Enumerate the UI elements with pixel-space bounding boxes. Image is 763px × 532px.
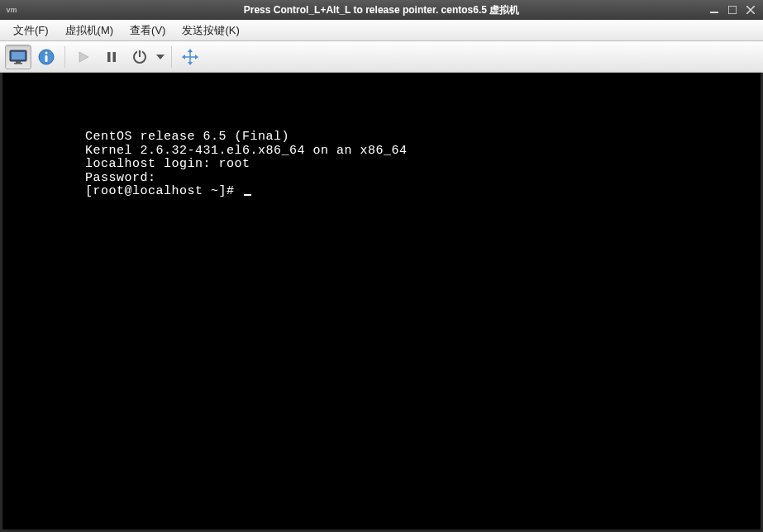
console-view-button[interactable] bbox=[5, 45, 31, 69]
window-title: Press Control_L+Alt_L to release pointer… bbox=[244, 3, 520, 17]
fullscreen-icon bbox=[182, 49, 198, 65]
play-button[interactable] bbox=[70, 45, 97, 69]
svg-rect-6 bbox=[16, 61, 21, 63]
menu-view[interactable]: 查看(V) bbox=[122, 21, 174, 40]
svg-marker-22 bbox=[188, 62, 193, 65]
menu-vm[interactable]: 虚拟机(M) bbox=[57, 21, 122, 40]
menubar: 文件(F) 虚拟机(M) 查看(V) 发送按键(K) bbox=[0, 20, 763, 41]
pause-icon bbox=[106, 51, 117, 63]
svg-point-9 bbox=[45, 51, 48, 54]
terminal-login-line: localhost login: root bbox=[85, 158, 761, 172]
svg-marker-11 bbox=[79, 52, 88, 62]
svg-rect-0 bbox=[710, 12, 718, 13]
power-button[interactable] bbox=[126, 45, 153, 69]
chevron-down-icon bbox=[156, 55, 165, 59]
vm-window: vm Press Control_L+Alt_L to release poin… bbox=[0, 0, 763, 532]
menu-file[interactable]: 文件(F) bbox=[5, 21, 57, 40]
toolbar bbox=[0, 41, 763, 73]
svg-rect-7 bbox=[14, 63, 22, 64]
power-dropdown[interactable] bbox=[155, 45, 166, 69]
cursor-icon bbox=[244, 194, 251, 196]
maximize-button[interactable] bbox=[725, 3, 740, 17]
close-button[interactable] bbox=[743, 3, 758, 17]
info-icon bbox=[38, 49, 55, 65]
terminal-console[interactable]: CentOS release 6.5 (Final) Kernel 2.6.32… bbox=[0, 73, 763, 532]
svg-rect-10 bbox=[45, 55, 48, 62]
menu-sendkey[interactable]: 发送按键(K) bbox=[174, 21, 247, 40]
play-icon bbox=[77, 50, 90, 64]
app-icon: vm bbox=[3, 2, 20, 18]
svg-marker-21 bbox=[188, 49, 193, 52]
svg-marker-24 bbox=[195, 55, 198, 59]
svg-rect-5 bbox=[12, 52, 25, 59]
minimize-button[interactable] bbox=[707, 3, 722, 17]
fullscreen-button[interactable] bbox=[177, 45, 203, 69]
terminal-line: Kernel 2.6.32-431.el6.x86_64 on an x86_6… bbox=[85, 145, 761, 159]
power-icon bbox=[132, 50, 147, 64]
terminal-line: CentOS release 6.5 (Final) bbox=[85, 131, 761, 145]
titlebar: vm Press Control_L+Alt_L to release poin… bbox=[0, 0, 763, 20]
svg-rect-12 bbox=[107, 52, 111, 62]
monitor-icon bbox=[9, 50, 27, 64]
separator bbox=[64, 46, 65, 68]
terminal-password-line: Password: bbox=[85, 172, 761, 186]
terminal-prompt-line: [root@localhost ~]# bbox=[85, 185, 761, 199]
info-button[interactable] bbox=[33, 45, 60, 69]
window-controls bbox=[707, 3, 763, 17]
svg-marker-18 bbox=[156, 55, 165, 59]
svg-marker-23 bbox=[182, 55, 185, 59]
svg-rect-1 bbox=[728, 6, 737, 14]
pause-button[interactable] bbox=[98, 45, 125, 69]
separator bbox=[171, 46, 172, 68]
svg-rect-13 bbox=[113, 52, 117, 62]
